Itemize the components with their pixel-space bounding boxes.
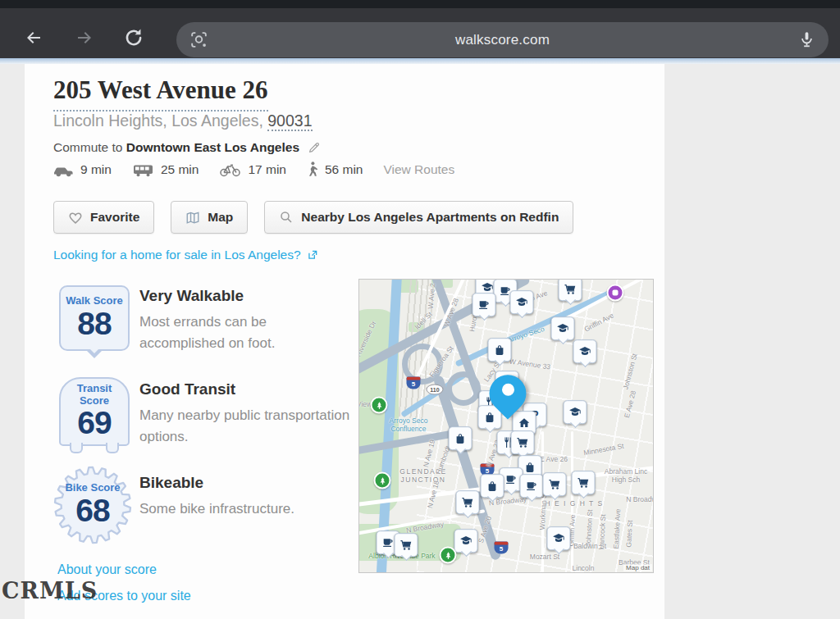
transit-score-text: Good Transit Many nearby public transpor… bbox=[139, 380, 351, 448]
map-street-label: H E I G H T S bbox=[545, 499, 603, 507]
crmls-watermark: CRMLS bbox=[2, 578, 98, 603]
address-subtitle: Lincoln Heights, Los Angeles, 90031 bbox=[53, 112, 313, 130]
browser-toolbar: walkscore.com bbox=[0, 8, 840, 58]
bag-marker[interactable] bbox=[481, 474, 504, 498]
transit-station-marker[interactable] bbox=[607, 284, 624, 302]
walk-time: 56 min bbox=[307, 162, 363, 178]
bike-score-text: Bikeable Some bike infrastructure. bbox=[139, 474, 351, 520]
map-street-label: Baldwin St bbox=[573, 542, 606, 550]
map-street-label: Lincoln bbox=[573, 564, 595, 572]
chrome-separator bbox=[0, 58, 840, 64]
view-routes-link[interactable]: View Routes bbox=[384, 162, 455, 177]
cart-marker[interactable] bbox=[395, 533, 418, 557]
school-marker[interactable] bbox=[510, 290, 534, 314]
drive-time: 9 min bbox=[52, 162, 112, 177]
bike-score-gear: Bike Score 68 bbox=[53, 466, 132, 544]
transit-score-bus: Transit Score 69 bbox=[59, 377, 130, 446]
cart-marker[interactable] bbox=[559, 279, 582, 301]
transit-score-description: Many nearby public transportation option… bbox=[139, 405, 351, 448]
url-bar[interactable]: walkscore.com bbox=[176, 22, 829, 57]
reload-button[interactable] bbox=[121, 25, 146, 50]
map-street-label: E Ave 26 bbox=[540, 455, 568, 463]
map-icon bbox=[185, 211, 200, 225]
coffee-marker[interactable] bbox=[520, 474, 544, 498]
tab-strip bbox=[0, 0, 840, 8]
map-attribution: Map dat bbox=[623, 564, 652, 571]
screen: walkscore.com 205 West Avenue 26 Lincoln… bbox=[0, 0, 840, 619]
redfin-apartments-button[interactable]: Nearby Los Angeles Apartments on Redfin bbox=[264, 201, 573, 234]
cart-marker[interactable] bbox=[456, 490, 480, 514]
url-text: walkscore.com bbox=[176, 22, 829, 57]
map-button[interactable]: Map bbox=[171, 201, 248, 234]
search-icon bbox=[279, 210, 294, 225]
interchange-loop bbox=[446, 371, 481, 406]
commute-times-row: 9 min 25 min 17 min bbox=[52, 162, 454, 178]
bus-icon bbox=[132, 163, 154, 177]
transit-score-badge: Transit Score 69 bbox=[59, 377, 130, 446]
transit-time: 25 min bbox=[132, 162, 199, 177]
cart-marker[interactable] bbox=[511, 430, 535, 454]
commute-line: Commute to Downtown East Los Angeles bbox=[53, 140, 321, 157]
walk-score-bubble: Walk Score 88 bbox=[59, 285, 130, 351]
bike-time: 17 min bbox=[219, 162, 286, 177]
park-icon[interactable] bbox=[374, 472, 391, 489]
map-canvas[interactable]: 511055 W Ave 2Idell StW Ave 28Huron StSe… bbox=[358, 279, 654, 573]
walk-score-text: Very Walkable Most errands can be accomp… bbox=[139, 287, 351, 355]
walk-icon bbox=[307, 162, 318, 178]
coffee-marker[interactable] bbox=[472, 293, 496, 316]
park-icon[interactable] bbox=[440, 547, 457, 564]
edit-commute-icon[interactable] bbox=[308, 143, 321, 157]
commute-destination: Downtown East Los Angeles bbox=[126, 140, 299, 154]
neighborhood-city: Lincoln Heights, Los Angeles, bbox=[53, 112, 263, 130]
forward-button[interactable] bbox=[72, 25, 97, 50]
heart-icon bbox=[68, 211, 83, 225]
back-button[interactable] bbox=[21, 25, 46, 50]
favorite-button[interactable]: Favorite bbox=[53, 201, 154, 234]
about-your-score-link[interactable]: About your score bbox=[57, 562, 157, 577]
interstate-shield: 5 bbox=[495, 542, 509, 554]
walk-score-badge: Walk Score 88 bbox=[59, 285, 130, 351]
action-buttons: Favorite Map Nearby Los Angeles Apartmen… bbox=[53, 201, 573, 234]
bag-marker[interactable] bbox=[488, 338, 512, 362]
walk-score-title: Very Walkable bbox=[139, 287, 351, 305]
walk-score-description: Most errands can be accomplished on foot… bbox=[139, 312, 351, 355]
map-street-label: Mozart St bbox=[530, 553, 559, 561]
microphone-icon[interactable] bbox=[797, 30, 817, 53]
school-marker[interactable] bbox=[454, 529, 478, 553]
bike-score-badge: Bike Score 68 bbox=[59, 466, 132, 544]
transit-score-title: Good Transit bbox=[139, 380, 351, 398]
map-street-label: Gates St bbox=[624, 520, 634, 548]
cart-marker[interactable] bbox=[543, 472, 567, 496]
zip-link[interactable]: 90031 bbox=[267, 112, 312, 131]
bike-score-description: Some bike infrastructure. bbox=[139, 498, 351, 520]
school-marker[interactable] bbox=[564, 400, 587, 424]
webpage: 205 West Avenue 26 Lincoln Heights, Los … bbox=[0, 64, 840, 619]
external-link-icon bbox=[307, 249, 318, 261]
map-street-label: Abraham Linc High Sch bbox=[600, 468, 651, 485]
destination-pin[interactable] bbox=[490, 375, 527, 412]
bike-icon bbox=[219, 162, 241, 177]
home-for-sale-link[interactable]: Looking for a home for sale in Los Angel… bbox=[53, 248, 318, 262]
bag-marker[interactable] bbox=[449, 426, 472, 450]
page-title: 205 West Avenue 26 bbox=[53, 75, 268, 112]
cart-marker[interactable] bbox=[572, 471, 596, 494]
school-marker[interactable] bbox=[573, 339, 597, 363]
school-marker[interactable] bbox=[547, 526, 571, 550]
bike-score-title: Bikeable bbox=[139, 474, 351, 492]
car-icon bbox=[52, 163, 74, 177]
route-shield: 110 bbox=[427, 385, 444, 395]
map-street-label: N Broadw bbox=[626, 495, 654, 503]
interstate-shield: 5 bbox=[407, 377, 421, 389]
park-icon[interactable] bbox=[371, 397, 388, 414]
map-street-label: Arroyo Seco Confluence bbox=[383, 417, 434, 434]
school-marker[interactable] bbox=[551, 316, 575, 340]
